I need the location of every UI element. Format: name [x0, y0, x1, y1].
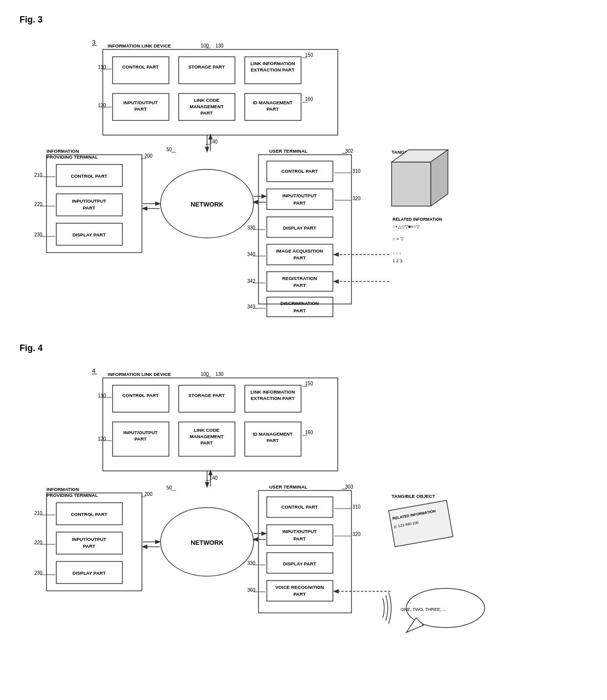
f4-ut-disp-label: DISPLAY PART [283, 561, 316, 566]
fig4-ref4: 4 [92, 367, 95, 374]
f4-ut-ctrl-label: CONTROL PART [281, 504, 318, 510]
f3-nums: 1 2 3 [393, 258, 402, 263]
f4-ref-50: 50 [166, 485, 172, 490]
f4-linkinfo-label1: LINK INFORMATION [250, 389, 295, 395]
f3-ut-io-label1: INPUT/OUTPUT [282, 193, 317, 198]
f3-storage-label: STORAGE PART [188, 64, 225, 70]
f4-storage-label: STORAGE PART [188, 393, 225, 398]
info-prov-label2: PROVIDING TERMINAL [47, 154, 98, 160]
f4-storage-box [179, 385, 235, 412]
f3-idmgmt-label1: ID MANAGEMENT [253, 100, 292, 105]
f4-linkcode-label2: MANAGEMENT [189, 434, 223, 439]
f3-ut-reg-box [267, 272, 333, 291]
f4-info-link-device-label: INFORMATION LINK DEVICE [108, 372, 171, 377]
f4-wave2 [386, 595, 388, 621]
f4-tangible-label: TANGIBLE OBJECT [392, 493, 435, 499]
info-link-device-box [103, 49, 338, 135]
f3-ut-io-box [267, 189, 333, 210]
f4-ref-130-top: 130 [215, 372, 224, 377]
f3-related-info-label: RELATED INFORMATION [393, 217, 442, 222]
fig3-diagram: 3 INFORMATION LINK DEVICE 100 130 CONTRO… [20, 30, 558, 324]
f4-user-terminal-label: USER TERMINAL [269, 484, 307, 490]
f4-idmgmt-label2: PART [266, 438, 279, 443]
f3-control-label: CONTROL PART [122, 64, 159, 70]
f4-ut-io-label1: INPUT/OUTPUT [282, 529, 317, 534]
f3-ut-ctrl-label: CONTROL PART [281, 168, 318, 174]
f4-paper-shape: RELATED INFORMATION p: 123-480-100 [389, 500, 453, 547]
f3-ipt-ctrl-label: CONTROL PART [71, 173, 108, 179]
f4-control-box [113, 385, 169, 412]
info-prov-label1: INFORMATION [47, 148, 79, 154]
f3-ut-reg-label2: PART [293, 282, 305, 288]
ref-130-top: 130 [215, 43, 224, 48]
f4-linkcode-label3: PART [200, 440, 212, 445]
ref-310: 310 [352, 168, 361, 174]
fig4-section: Fig. 4 4 INFORMATION LINK DEVICE 100 130… [20, 343, 587, 662]
f4-speech-text: ONE, TWO, THREE, ... [400, 607, 446, 612]
f3-control-box [113, 57, 169, 84]
f4-ipt-io-label1: INPUT/OUTPUT [72, 537, 106, 542]
f3-sub-symbols: ○ × ▽ [393, 236, 404, 241]
f4-ref-320: 320 [352, 532, 361, 537]
f3-ipt-io-label1: INPUT/OUTPUT [72, 198, 106, 204]
f3-linkcode-label2: MANAGEMENT [189, 104, 223, 109]
f3-ut-io-label2: PART [293, 200, 305, 206]
f4-wave3 [389, 592, 391, 624]
f4-info-link-device-box [103, 378, 338, 471]
f4-ut-io-box [267, 525, 333, 545]
f4-ut-voice-box [267, 581, 333, 601]
f4-ut-voice-label2: PART [293, 591, 305, 597]
f3-ut-reg-label1: REGISTRATION [282, 276, 317, 281]
f4-wave1 [383, 598, 384, 618]
f3-linkcode-label1: LINK CODE [194, 97, 219, 103]
f4-linkinfo-label2: EXTRACTION PART [251, 396, 295, 401]
f3-linkcode-label3: PART [200, 110, 212, 116]
f4-ut-io-label2: PART [293, 536, 305, 541]
f4-io-label1: INPUT/OUTPUT [123, 430, 158, 435]
f4-ref-310: 310 [352, 504, 361, 510]
f4-ref-150: 150 [305, 381, 313, 386]
f4-ipt-io-label2: PART [83, 543, 95, 549]
info-prov-terminal-box [47, 155, 142, 253]
f3-io-label2: PART [134, 106, 146, 112]
f3-ut-imgacq-label1: IMAGE ACQUISITION [276, 248, 323, 254]
f4-idmgmt-label1: ID MANAGEMENT [253, 431, 292, 437]
f3-related-symbols: ○×△◇▽■×○▽ [393, 224, 420, 229]
f3-linkinfo-label2: EXTRACTION PART [251, 67, 295, 72]
ref-320: 320 [352, 196, 361, 201]
f4-ref-303: 303 [345, 484, 353, 490]
f3-idmgmt-label2: PART [266, 106, 279, 112]
f4-control-label: CONTROL PART [122, 393, 159, 398]
f3-storage-box [179, 57, 235, 84]
f3-ut-imgacq-box [267, 244, 333, 265]
f3-network-label: NETWORK [190, 201, 224, 208]
info-link-device-label: INFORMATION LINK DEVICE [108, 43, 171, 48]
f4-ipt-disp-label: DISPLAY PART [72, 570, 106, 576]
f4-ipt-ctrl-label: CONTROL PART [71, 512, 108, 517]
f4-linkcode-label1: LINK CODE [194, 427, 219, 433]
ref-100: 100 [201, 43, 209, 48]
f3-cube-front [392, 162, 431, 206]
f4-ref-100: 100 [201, 372, 209, 377]
f3-ut-disp-label: DISPLAY PART [283, 225, 316, 231]
ref-50: 50 [166, 147, 172, 152]
f3-ut-discrim-label2: PART [293, 308, 305, 313]
fig4-label: Fig. 4 [20, 343, 587, 353]
f4-info-prov-label2: PROVIDING TERMINAL [47, 492, 98, 498]
ref-150: 150 [305, 52, 313, 58]
f3-ut-discrim-label1: DISCRIMINATION [280, 301, 319, 306]
f4-ut-voice-label1: VOICE RECOGNITION [275, 584, 324, 590]
f4-ref-200: 200 [144, 491, 153, 497]
fig3-label: Fig. 3 [20, 15, 587, 25]
f3-ipt-io-label2: PART [83, 205, 95, 210]
f3-arrows-symbols: ↑ ↑ ↑ [393, 251, 401, 256]
fig3-ref3: 3 [92, 39, 95, 46]
f3-user-terminal-label: USER TERMINAL [269, 148, 307, 154]
fig4-diagram: 4 INFORMATION LINK DEVICE 100 130 CONTRO… [20, 358, 558, 662]
f4-info-prov-terminal-box [47, 493, 142, 591]
f3-linkinfo-label1: LINK INFORMATION [250, 61, 295, 66]
fig3-section: Fig. 3 3 INFORMATION LINK DEVICE 100 130… [20, 15, 587, 324]
ref-200: 200 [144, 153, 153, 159]
f4-ref-160: 160 [305, 430, 313, 435]
f4-io-label2: PART [134, 436, 146, 442]
